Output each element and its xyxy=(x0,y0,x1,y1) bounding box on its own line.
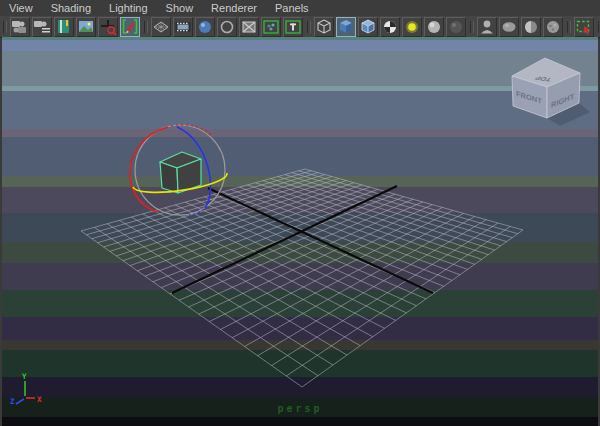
axis-indicator: YXZ xyxy=(10,372,42,406)
camera-name-label: persp xyxy=(0,403,600,414)
axis-y-label: Y xyxy=(22,372,27,381)
maya-viewport-panel: ViewShadingLightingShowRendererPanels TO… xyxy=(0,0,600,426)
viewport-scene: TOPFRONTRIGHTYXZ xyxy=(0,0,600,426)
selected-cube[interactable] xyxy=(160,152,201,193)
view-cube[interactable]: TOPFRONTRIGHT xyxy=(512,58,590,126)
